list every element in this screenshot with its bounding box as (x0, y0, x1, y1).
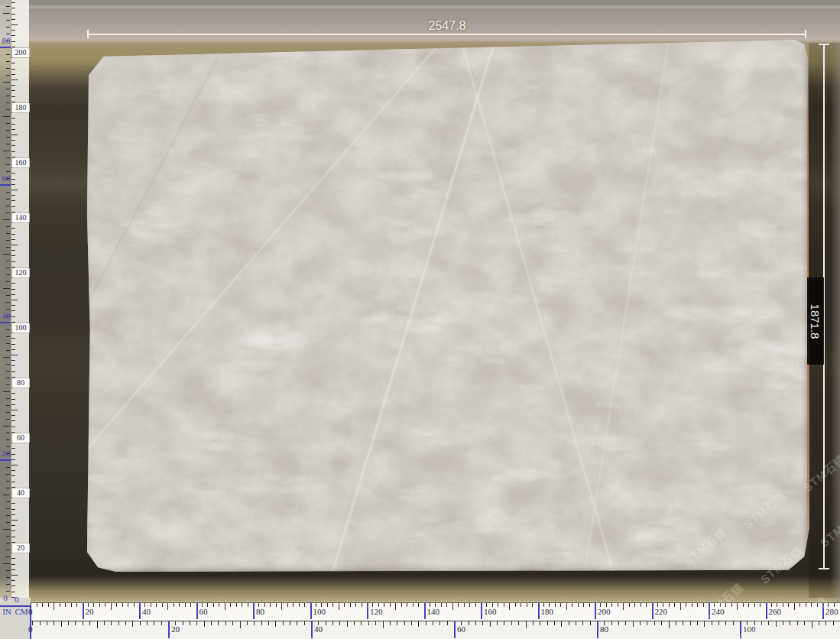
ruler-left-inches-tick (6, 384, 10, 385)
ruler-bottom-cm-tick (560, 603, 561, 607)
ruler-bottom-inches-tick (240, 621, 241, 628)
ruler-left-cm-tick (11, 41, 15, 42)
ruler-bottom-inches-tick (404, 621, 405, 625)
ruler-bottom-cm-tick (48, 603, 49, 607)
ruler-left-cm-tick (11, 482, 15, 482)
ruler-bottom-cm-tick (737, 603, 738, 610)
ruler-bottom-cm-tick (686, 603, 686, 607)
ruler-left-inches-tick (6, 75, 10, 76)
ruler-bottom-cm-label: 20 (86, 608, 94, 616)
ruler-bottom-cm-tick (139, 603, 141, 619)
ruler-bottom-inches-tick (576, 621, 576, 625)
ruler-bottom-cm-tick (794, 603, 795, 610)
ruler-left-cm-tick (11, 234, 15, 235)
ruler-bottom-cm-tick (452, 603, 453, 610)
ruler-bottom-cm-tick (99, 603, 100, 607)
ruler-left-inches-tick (6, 34, 10, 34)
ruler-left-cm-tick (11, 454, 15, 455)
ruler-left-inches-tick (6, 281, 10, 282)
ruler-bottom-cm-tick (219, 603, 219, 607)
ruler-left-cm-tick (11, 349, 15, 350)
ruler-bottom-cm-tick (355, 603, 356, 607)
ruler-left-cm-tick (11, 410, 18, 410)
ruler-bottom-inches-tick (368, 621, 369, 625)
ruler-left-inches-tick (6, 171, 10, 172)
ruler-bottom-inches-tick (283, 621, 284, 625)
ruler-bottom-inches-tick (332, 621, 333, 625)
ruler-left-inches-tick (6, 309, 10, 310)
ruler-bottom-cm-tick (572, 603, 572, 607)
ruler-bottom-inches-tick (690, 621, 691, 625)
ruler-left-inches-tick (6, 68, 10, 69)
ruler-bottom-inches-tick (132, 621, 133, 627)
ruler-bottom-cm-tick (367, 603, 368, 619)
ruler-bottom-inches-tick (311, 621, 313, 638)
ruler-bottom-cm-tick (634, 603, 635, 607)
ruler-bottom-inches-tick (540, 621, 540, 625)
ruler-bottom-cm-tick (185, 603, 186, 607)
ruler-left-cm-tick (11, 509, 15, 510)
ruler-left-cm-tick (11, 399, 15, 400)
ruler-bottom-inches-tick (347, 621, 348, 627)
ruler-left-cm-label: 40 (11, 488, 30, 498)
ruler-bottom-inches-tick (111, 621, 112, 625)
ruler-bottom-inches-tick (618, 621, 619, 625)
ruler-left-inches-tick (6, 233, 10, 234)
ruler-bottom-cm-tick (509, 603, 510, 610)
ruler-left-inches-tick (6, 343, 10, 344)
ruler-left-cm-tick (11, 30, 15, 31)
ruler-bottom-inches-tick (640, 621, 641, 625)
ruler-left-inches-tick (6, 364, 10, 365)
ruler-bottom-cm-tick (190, 603, 191, 607)
ruler-bottom-cm-tick (167, 603, 168, 610)
ruler-left-inches-majorline (0, 322, 11, 323)
ruler-bottom-inches-tick (518, 621, 519, 625)
ruler-bottom-cm-tick (407, 603, 407, 607)
height-dimension-label: 1871.8 (809, 303, 822, 339)
slab-image[interactable] (86, 38, 809, 573)
ruler-bottom-cm-tick (344, 603, 345, 607)
ruler-left-cm-tick (11, 8, 15, 8)
ruler-bottom-inches-tick (89, 621, 90, 625)
ruler-bottom-cm-label: 220 (655, 608, 668, 616)
ruler-bottom-inches-tick (183, 621, 183, 625)
ruler-left-inches-tick (6, 481, 10, 482)
ruler-left-cm-tick (11, 145, 15, 146)
ruler-left-inches-tick (6, 336, 10, 337)
ruler-left-cm-label: 100 (11, 323, 30, 333)
ruler-left-inches-tick (6, 543, 10, 543)
ruler-left-inches-tick (3, 254, 10, 255)
ruler-left-inches-tick (6, 240, 10, 241)
ruler-bottom-cm-tick (128, 603, 128, 607)
ruler-left-inches-tick (3, 357, 10, 358)
ruler-bottom-inches-tick (354, 621, 355, 625)
ruler-bottom-cm-tick (538, 603, 540, 619)
ruler-origin-corner (0, 598, 31, 639)
width-dimension-right-tick (805, 30, 806, 38)
ruler-bottom-cm-tick (384, 603, 384, 607)
ruler-left-cm-tick (11, 393, 15, 394)
ruler-bottom-inches-tick (490, 621, 491, 627)
ruler-left-cm-tick (11, 580, 15, 581)
ruler-bottom-cm-tick (310, 603, 312, 619)
ruler-left-inches-tick (6, 199, 10, 199)
ruler-bottom-inches-tick (140, 621, 141, 625)
ruler-bottom-cm-label: 160 (484, 608, 497, 616)
ruler-left-cm-label: 200 (11, 47, 30, 58)
ruler-bottom-inches-tick (833, 621, 834, 625)
ruler-left-inches-tick (6, 536, 10, 537)
height-dimension-top-tick (819, 44, 829, 45)
ruler-bottom-inches-tick (533, 621, 534, 625)
ruler-left-cm-tick (11, 79, 18, 80)
ruler-bottom-cm-tick (162, 603, 163, 607)
ruler-bottom-inches-tick (504, 621, 504, 625)
ruler-left-inches-label: 80 (0, 37, 12, 45)
ruler-bottom-cm-tick (270, 603, 271, 607)
ruler-bottom-cm-label: 80 (256, 608, 264, 616)
ruler-left-cm-tick (11, 564, 15, 565)
ruler-left-inches-tick (6, 247, 10, 248)
ruler-bottom-inches-tick (61, 621, 62, 627)
ruler-left-inches-tick (3, 529, 10, 530)
origin-horizontal-line (0, 605, 31, 607)
ruler-bottom-inches-tick (326, 621, 326, 625)
